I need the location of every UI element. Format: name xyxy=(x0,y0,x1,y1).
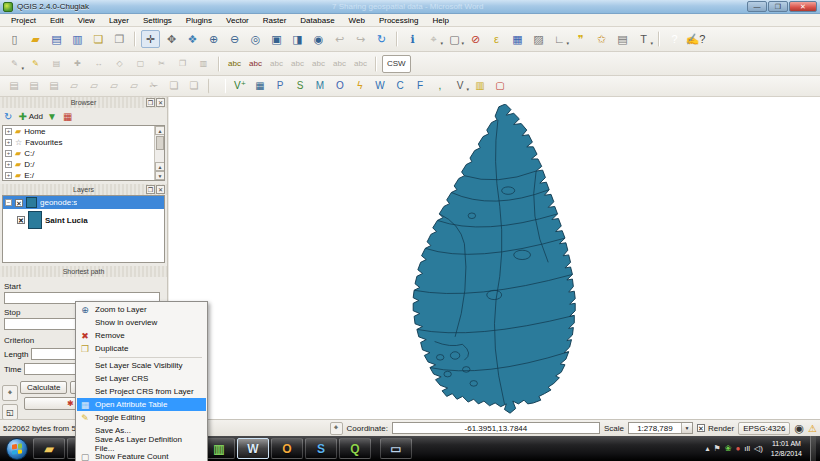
menu-set-layer-scale-visibility[interactable]: Set Layer Scale Visibility xyxy=(77,359,206,372)
expand-icon[interactable]: + xyxy=(5,172,12,179)
zoom-in-icon[interactable]: ⊕ xyxy=(204,30,223,48)
composer-manager-icon[interactable]: ❐ xyxy=(110,30,129,48)
capture-point-icon[interactable]: ⌖ xyxy=(2,385,18,401)
move-label-icon[interactable]: abc xyxy=(309,55,328,73)
tray-antivirus-icon[interactable]: ❀ xyxy=(725,444,732,453)
extent-marker-icon[interactable]: ⌖ xyxy=(330,422,343,435)
separator[interactable] xyxy=(396,31,398,47)
new-shapefile-icon[interactable]: V ▾ xyxy=(451,78,469,94)
add-wfs-layer-icon[interactable]: F xyxy=(411,78,429,94)
menu-set-project-crs[interactable]: Set Project CRS from Layer xyxy=(77,385,206,398)
save-project-as-icon[interactable]: ▥ xyxy=(68,30,87,48)
zoom-last-icon[interactable]: ↩ xyxy=(330,30,349,48)
menu-zoom-to-layer[interactable]: ⊕ Zoom to Layer xyxy=(77,303,206,316)
change-label-icon[interactable]: abc xyxy=(351,55,370,73)
layer-item-geonode[interactable]: − ✕ geonode:s xyxy=(3,196,164,209)
rotate-label-icon[interactable]: abc xyxy=(330,55,349,73)
show-hide-labels-icon[interactable]: abc xyxy=(288,55,307,73)
select-features-icon[interactable]: ⌖ ▾ xyxy=(424,30,443,48)
separator[interactable] xyxy=(218,56,220,72)
tray-flag-icon[interactable]: ⚑ xyxy=(714,444,721,453)
open-project-icon[interactable]: ▰ xyxy=(26,30,45,48)
scroll-down-icon[interactable]: ▼ xyxy=(155,171,165,180)
field-calculator-icon[interactable]: ▨ xyxy=(529,30,548,48)
close-button[interactable]: ✕ xyxy=(789,1,817,12)
menu-bar-item[interactable]: Database xyxy=(293,15,341,26)
current-edits-icon[interactable]: ✎ ▾ xyxy=(5,55,24,73)
expand-icon[interactable]: + xyxy=(5,128,12,135)
node-tool-icon[interactable]: ◇ xyxy=(110,55,129,73)
measure-icon[interactable]: ∟ ▾ xyxy=(550,30,569,48)
add-wcs-layer-icon[interactable]: C xyxy=(391,78,409,94)
labeling-icon[interactable]: abc xyxy=(225,55,244,73)
menu-bar-item[interactable]: Layer xyxy=(102,15,136,26)
delete-selected-icon[interactable]: ▢ xyxy=(131,55,150,73)
touch-zoom-icon[interactable]: ✛ xyxy=(141,30,160,48)
layer-visibility-checkbox[interactable]: ✕ xyxy=(17,216,25,224)
separator[interactable] xyxy=(134,31,136,47)
add-raster-layer-icon[interactable]: ▦ xyxy=(251,78,269,94)
browser-scrollbar[interactable]: ▲ ▲ ▼ xyxy=(154,126,164,180)
menu-bar-item[interactable]: View xyxy=(71,15,102,26)
menu-bar-item[interactable]: Project xyxy=(4,15,43,26)
scroll-up2-icon[interactable]: ▲ xyxy=(155,162,165,171)
epsg-button[interactable]: EPSG:4326 xyxy=(738,422,790,435)
copy-features-icon[interactable]: ❐ xyxy=(173,55,192,73)
zoom-to-selection-icon[interactable]: ◨ xyxy=(288,30,307,48)
messages-warning-icon[interactable]: ⚠ xyxy=(808,423,817,434)
separator[interactable] xyxy=(375,56,377,72)
separator[interactable] xyxy=(208,78,226,94)
simplify-icon[interactable]: ✁ xyxy=(145,78,163,94)
add-postgis-layer-icon[interactable]: P xyxy=(271,78,289,94)
browser-tree-item[interactable]: + ☆ Favourites xyxy=(3,137,164,148)
menu-bar-item[interactable]: Vector xyxy=(219,15,256,26)
menu-set-layer-crs[interactable]: Set Layer CRS xyxy=(77,372,206,385)
outlook-icon[interactable]: O xyxy=(271,438,303,459)
qgis-icon[interactable]: Q xyxy=(339,438,371,459)
menu-bar-item[interactable]: Raster xyxy=(256,15,294,26)
zoom-native-icon[interactable]: ◎ xyxy=(246,30,265,48)
browser-close-button[interactable]: ✕ xyxy=(156,98,165,107)
pan-map-icon[interactable]: ✥ xyxy=(162,30,181,48)
remote-desktop-icon[interactable]: ▭ xyxy=(380,438,412,459)
cut-features-icon[interactable]: ✂ xyxy=(152,55,171,73)
tray-volume-icon[interactable]: ◁) xyxy=(754,444,763,453)
add-wms-layer-icon[interactable]: W xyxy=(371,78,389,94)
save-edits-icon[interactable]: ▤ xyxy=(47,55,66,73)
select-by-rect-icon[interactable]: ▢ ▾ xyxy=(445,30,464,48)
capture-polygon2-icon[interactable]: ▱ xyxy=(85,78,103,94)
zoom-out-icon[interactable]: ⊖ xyxy=(225,30,244,48)
render-toggle[interactable]: ✕ Render xyxy=(697,424,734,433)
add-vector-layer-icon[interactable]: V⁺ xyxy=(231,78,249,94)
browser-tree-item[interactable]: + ▰ C:/ xyxy=(3,148,164,159)
paste-doc-icon[interactable]: ❏ xyxy=(185,78,203,94)
word-icon[interactable]: W xyxy=(237,438,269,459)
new-project-icon[interactable]: ▯ xyxy=(5,30,24,48)
paste-features-icon[interactable]: ▥ xyxy=(194,55,213,73)
add-georaster-icon[interactable]: ϟ xyxy=(351,78,369,94)
open-attribute-table-icon[interactable]: ▦ xyxy=(508,30,527,48)
identify-icon[interactable]: ℹ xyxy=(403,30,422,48)
show-desktop-button[interactable] xyxy=(810,436,816,461)
collapse-icon[interactable]: − xyxy=(5,199,12,206)
add-db-layer-icon[interactable]: ▤ xyxy=(5,78,23,94)
tray-expand-icon[interactable]: ▴ xyxy=(706,444,710,453)
map-tips-icon[interactable]: ❞ xyxy=(571,30,590,48)
toggle-editing-icon[interactable]: ✎ xyxy=(26,55,45,73)
new-bookmark-icon[interactable]: ✩ xyxy=(592,30,611,48)
copy-doc-icon[interactable]: ❏ xyxy=(165,78,183,94)
remove-layer-icon[interactable]: ▢ xyxy=(491,78,509,94)
deselect-all-icon[interactable]: ⊘ xyxy=(466,30,485,48)
pan-to-selection-icon[interactable]: ❖ xyxy=(183,30,202,48)
taskbar-clock[interactable]: 11:01 AM 12/8/2014 xyxy=(767,439,806,458)
add-db-table-icon[interactable]: ▤ xyxy=(45,78,63,94)
menu-bar-item[interactable]: Help xyxy=(425,15,455,26)
new-db-layer-icon[interactable]: ▥ xyxy=(471,78,489,94)
add-db-layer-fav-icon[interactable]: ▤ xyxy=(25,78,43,94)
save-project-icon[interactable]: ▤ xyxy=(47,30,66,48)
skype-icon[interactable]: S xyxy=(305,438,337,459)
browser-tree-item[interactable]: + ▰ D:/ xyxy=(3,159,164,170)
browser-add-button[interactable]: ✚ Add xyxy=(18,111,43,122)
layers-close-button[interactable]: ✕ xyxy=(156,185,165,194)
layers-float-button[interactable]: ❐ xyxy=(146,185,155,194)
